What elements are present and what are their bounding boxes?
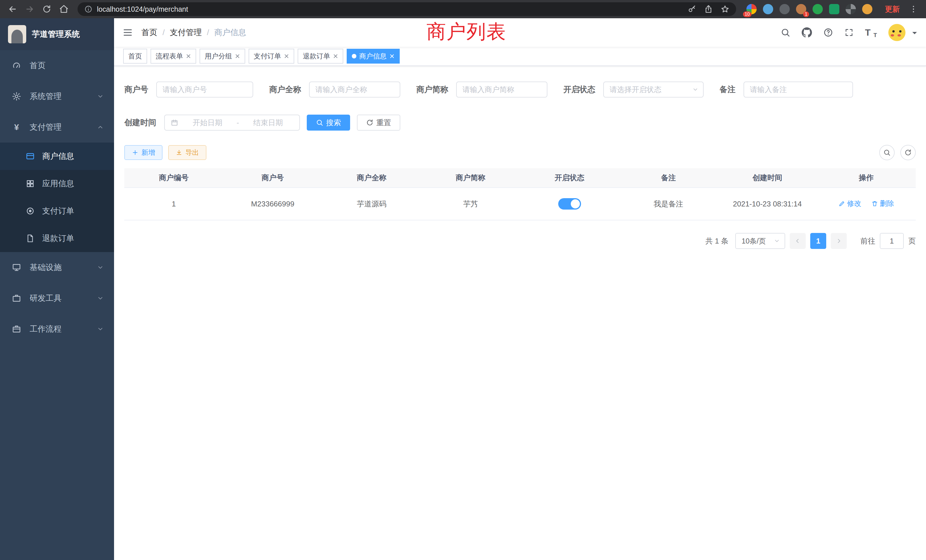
sidebar-item-label: 研发工具 bbox=[30, 293, 97, 304]
field-label: 商户简称 bbox=[416, 84, 448, 95]
tab-label: 首页 bbox=[128, 51, 142, 61]
merchant-table: 商户编号 商户号 商户全称 商户简称 开启状态 备注 创建时间 操作 1 bbox=[124, 168, 916, 220]
create-time-range-picker[interactable]: 开始日期 - 结束日期 bbox=[164, 115, 300, 130]
filter-remark: 备注 bbox=[720, 82, 853, 97]
browser-reload-icon[interactable] bbox=[40, 2, 54, 16]
share-icon[interactable] bbox=[704, 5, 713, 14]
search-button[interactable]: 搜索 bbox=[307, 115, 350, 130]
cell-actions: 修改 删除 bbox=[817, 188, 916, 220]
chevron-left-icon bbox=[794, 238, 801, 244]
tab-process-form[interactable]: 流程表单 bbox=[151, 49, 196, 64]
tab-payment-order[interactable]: 支付订单 bbox=[249, 49, 294, 64]
sidebar-toggle-icon[interactable] bbox=[114, 18, 141, 47]
sidebar-item-system-management[interactable]: 系统管理 bbox=[0, 81, 114, 112]
filter-row: 商户号 商户全称 商户简称 开启状态 请选择开启状态 bbox=[124, 82, 916, 97]
sidebar-item-workflow[interactable]: 工作流程 bbox=[0, 314, 114, 344]
extension-icon-7[interactable] bbox=[846, 4, 856, 14]
reset-button-label: 重置 bbox=[376, 118, 391, 128]
extension-icon-2[interactable] bbox=[763, 4, 773, 14]
sidebar-item-home[interactable]: 首页 bbox=[0, 50, 114, 81]
site-info-icon[interactable] bbox=[85, 5, 92, 13]
sidebar-item-merchant-info[interactable]: 商户信息 bbox=[0, 142, 114, 170]
page-1-button[interactable]: 1 bbox=[810, 233, 826, 249]
sidebar-item-label: 工作流程 bbox=[30, 324, 97, 334]
font-size-icon[interactable] bbox=[865, 27, 877, 38]
status-toggle[interactable] bbox=[558, 198, 581, 210]
search-icon bbox=[316, 119, 323, 126]
tab-merchant-info[interactable]: 商户信息 bbox=[346, 49, 400, 64]
help-icon[interactable] bbox=[823, 28, 833, 37]
sidebar-item-payment-order[interactable]: 支付订单 bbox=[0, 197, 114, 225]
sidebar-item-infrastructure[interactable]: 基础设施 bbox=[0, 252, 114, 283]
status-select[interactable]: 请选择开启状态 bbox=[603, 82, 704, 97]
tab-user-group[interactable]: 用户分组 bbox=[200, 49, 245, 64]
extension-icon-5[interactable] bbox=[813, 4, 823, 14]
tab-close-icon[interactable] bbox=[235, 54, 240, 59]
breadcrumb-home[interactable]: 首页 bbox=[141, 27, 157, 38]
refresh-icon bbox=[366, 119, 374, 126]
add-button[interactable]: 新增 bbox=[124, 145, 162, 160]
extension-icon-3[interactable] bbox=[779, 4, 790, 14]
github-icon[interactable] bbox=[802, 27, 812, 38]
browser-menu-icon[interactable] bbox=[906, 2, 920, 16]
cell-status bbox=[520, 188, 619, 220]
page-size-select[interactable]: 10条/页 bbox=[735, 233, 785, 249]
goto-page-input[interactable] bbox=[880, 233, 904, 249]
date-range-separator: - bbox=[237, 118, 239, 127]
header-search-icon[interactable] bbox=[781, 28, 790, 37]
reset-button[interactable]: 重置 bbox=[357, 115, 400, 130]
tab-home[interactable]: 首页 bbox=[123, 49, 147, 64]
full-name-input[interactable] bbox=[309, 82, 400, 97]
remark-input[interactable] bbox=[743, 82, 853, 97]
col-actions: 操作 bbox=[817, 168, 916, 188]
breadcrumb-payment-management[interactable]: 支付管理 bbox=[170, 27, 202, 38]
prev-page-button[interactable] bbox=[790, 233, 806, 249]
sidebar-item-refund-order[interactable]: 退款订单 bbox=[0, 225, 114, 252]
extension-icon-1[interactable]: 10 bbox=[746, 4, 757, 14]
user-menu-caret-icon[interactable] bbox=[912, 32, 917, 36]
app-title: 芋道管理系统 bbox=[32, 29, 80, 39]
next-page-button[interactable] bbox=[831, 233, 847, 249]
payment-submenu: 商户信息 应用信息 支付订单 bbox=[0, 142, 114, 252]
short-name-input[interactable] bbox=[456, 82, 548, 97]
sidebar-item-payment-management[interactable]: 支付管理 bbox=[0, 112, 114, 142]
extension-icon-8[interactable] bbox=[862, 4, 872, 14]
search-icon bbox=[883, 149, 891, 156]
address-bar[interactable]: localhost:1024/pay/merchant bbox=[77, 2, 736, 16]
goto-label: 前往 bbox=[861, 236, 875, 246]
page-size-value: 10条/页 bbox=[741, 236, 766, 246]
refresh-table-button[interactable] bbox=[900, 145, 916, 160]
toggle-search-button[interactable] bbox=[879, 145, 895, 160]
monitor-icon bbox=[11, 263, 22, 272]
browser-forward-icon[interactable] bbox=[23, 2, 36, 16]
browser-update-button[interactable]: 更新 bbox=[885, 4, 900, 14]
field-label: 商户全称 bbox=[269, 84, 301, 95]
col-create-time: 创建时间 bbox=[718, 168, 817, 188]
extension-icon-6[interactable] bbox=[829, 4, 839, 14]
export-button[interactable]: 导出 bbox=[168, 145, 206, 160]
filter-row: 创建时间 开始日期 - 结束日期 搜索 重置 bbox=[124, 115, 916, 130]
fullscreen-icon[interactable] bbox=[844, 28, 853, 37]
extension-icon-4[interactable]: 1 bbox=[796, 4, 806, 14]
delete-button[interactable]: 删除 bbox=[871, 199, 894, 208]
password-key-icon[interactable] bbox=[688, 5, 696, 14]
tab-close-icon[interactable] bbox=[333, 54, 338, 59]
tab-label: 用户分组 bbox=[205, 51, 232, 61]
tab-refund-order[interactable]: 退款订单 bbox=[298, 49, 343, 64]
sidebar-item-dev-tools[interactable]: 研发工具 bbox=[0, 283, 114, 314]
browser-back-icon[interactable] bbox=[6, 2, 20, 16]
user-avatar[interactable] bbox=[888, 24, 905, 41]
chevron-down-icon bbox=[97, 264, 104, 271]
sidebar-item-label: 系统管理 bbox=[30, 91, 97, 102]
merchant-no-input[interactable] bbox=[156, 82, 253, 97]
browser-home-icon[interactable] bbox=[57, 2, 71, 16]
edit-button[interactable]: 修改 bbox=[838, 199, 861, 208]
filter-create-time: 创建时间 开始日期 - 结束日期 bbox=[124, 115, 300, 130]
app-logo[interactable]: 芋道管理系统 bbox=[0, 18, 114, 50]
tab-close-icon[interactable] bbox=[186, 54, 191, 59]
sidebar-item-app-info[interactable]: 应用信息 bbox=[0, 170, 114, 197]
bookmark-star-icon[interactable] bbox=[721, 5, 729, 14]
tab-close-icon[interactable] bbox=[284, 54, 289, 59]
filter-merchant-no: 商户号 bbox=[124, 82, 253, 97]
tab-close-icon[interactable] bbox=[389, 54, 395, 59]
